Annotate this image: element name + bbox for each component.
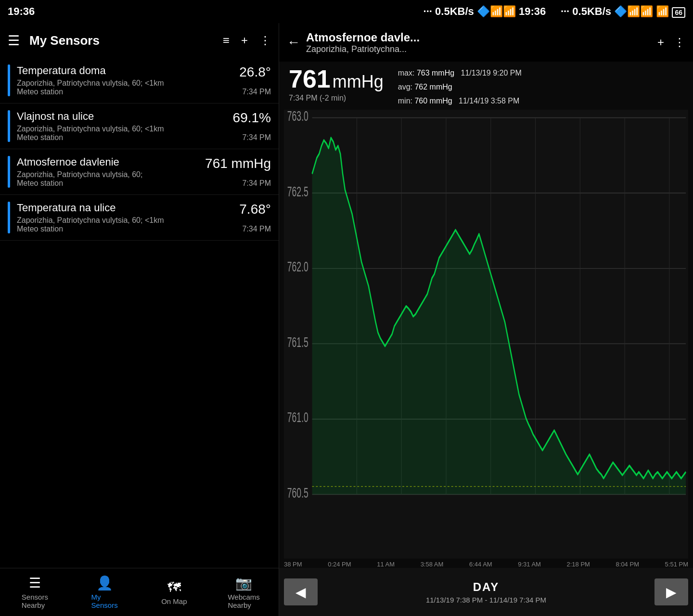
stat-avg-value: 762 mmHg: [414, 83, 452, 91]
webcams-nearby-icon: 📷: [235, 575, 252, 591]
hamburger-icon[interactable]: ☰: [8, 33, 20, 49]
svg-text:762.5: 762.5: [287, 183, 308, 199]
time-left: 19:36: [8, 5, 35, 18]
svg-text:762.0: 762.0: [287, 259, 308, 275]
sensor-location-0: Zaporizhia, Patriotychna vulytsia, 60; <…: [17, 79, 239, 88]
left-panel-title: My Sensors: [29, 33, 213, 48]
sensor-accent-bar-0: [8, 64, 10, 96]
stat-min-value: 760 mmHg: [414, 97, 452, 105]
sensors-nearby-icon: ☰: [29, 575, 41, 591]
svg-text:763.0: 763.0: [287, 110, 308, 124]
status-bar: 19:36 ··· 0.5KB/s 🔷📶📶 19:36 ··· 0.5KB/s …: [0, 0, 693, 23]
chart-current-value: 761: [289, 66, 331, 91]
my-sensors-label: MySensors: [91, 593, 118, 609]
period-range: 11/13/19 7:38 PM - 11/14/19 7:34 PM: [426, 596, 546, 604]
chart-stats: max: 763 mmHg 11/13/19 9:20 PM avg: 762 …: [398, 66, 522, 108]
svg-text:761.0: 761.0: [287, 410, 308, 425]
x-label-4: 3:58 AM: [421, 561, 444, 568]
right-bottom-bar: ◀ DAY 11/13/19 7:38 PM - 11/14/19 7:34 P…: [279, 568, 693, 616]
sensor-info-2: Atmosfernoe davlenie Zaporizhia, Patriot…: [17, 156, 205, 188]
wifi-icon: 📶: [656, 5, 669, 17]
sensor-value-1: 69.1%: [233, 110, 271, 126]
sensor-name-1: Vlajnost na ulice: [17, 110, 233, 123]
back-button[interactable]: ←: [287, 35, 300, 50]
sensor-item-2[interactable]: Atmosfernoe davlenie Zaporizhia, Patriot…: [0, 149, 279, 195]
nav-sensors-nearby[interactable]: ☰ SensorsNearby: [0, 568, 70, 616]
sensor-time-3: 7:34 PM: [242, 225, 271, 233]
sensor-location-1: Zaporizhia, Patriotychna vulytsia, 60; <…: [17, 125, 233, 133]
prev-period-button[interactable]: ◀: [284, 578, 318, 605]
prev-arrow-icon: ◀: [295, 584, 306, 600]
nav-webcams-nearby[interactable]: 📷 WebcamsNearby: [209, 568, 279, 616]
nav-my-sensors[interactable]: 👤 MySensors: [70, 568, 140, 616]
sensor-type-3: Meteo station: [17, 225, 239, 233]
chart-value-column: 761 mmHg 7:34 PM (-2 min): [289, 66, 384, 103]
nav-on-map[interactable]: 🗺 On Map: [140, 568, 209, 616]
webcams-nearby-label: WebcamsNearby: [228, 593, 259, 609]
right-panel-subtitle: Zaporizhia, Patriotychna...: [306, 44, 657, 54]
sensors-nearby-label: SensorsNearby: [22, 593, 48, 609]
sensor-value-0: 26.8°: [239, 64, 271, 80]
sensor-location-3: Zaporizhia, Patriotychna vulytsia, 60; <…: [17, 216, 239, 225]
sensor-value-2: 761 mmHg: [205, 156, 271, 171]
sensor-type-1: Meteo station: [17, 133, 233, 142]
right-toolbar-icons: + ⋮: [657, 36, 685, 49]
left-panel: ☰ My Sensors ≡ + ⋮ Temperatura doma Zapo…: [0, 23, 279, 616]
svg-text:761.5: 761.5: [287, 334, 308, 350]
right-more-icon[interactable]: ⋮: [674, 36, 685, 49]
x-label-7: 2:18 PM: [567, 561, 590, 568]
chart-section: 761 mmHg 7:34 PM (-2 min) max: 763 mmHg …: [279, 62, 693, 568]
stat-max-value: 763 mmHg: [417, 69, 454, 77]
toolbar-icons: ≡ + ⋮: [223, 34, 271, 47]
sensor-value-block-2: 761 mmHg 7:34 PM: [205, 156, 271, 188]
next-period-button[interactable]: ▶: [654, 578, 688, 605]
speed-right: 0.5KB/s: [572, 5, 611, 17]
main-container: ☰ My Sensors ≡ + ⋮ Temperatura doma Zapo…: [0, 23, 693, 616]
x-label-9: 5:51 PM: [665, 561, 688, 568]
right-add-icon[interactable]: +: [657, 36, 664, 49]
stat-avg: avg: 762 mmHg: [398, 80, 522, 94]
time-center: 19:36: [519, 5, 546, 17]
svg-text:760.5: 760.5: [287, 485, 308, 501]
my-sensors-icon: 👤: [96, 575, 113, 591]
status-bar-center: ··· 0.5KB/s 🔷📶📶 19:36 ··· 0.5KB/s 🔷📶📶 📶 …: [424, 5, 685, 18]
left-toolbar: ☰ My Sensors ≡ + ⋮: [0, 23, 279, 58]
sensor-info-3: Temperatura na ulice Zaporizhia, Patriot…: [17, 202, 239, 233]
sensor-info-0: Temperatura doma Zaporizhia, Patriotychn…: [17, 64, 239, 96]
sensor-value-block-3: 7.68° 7:34 PM: [239, 202, 271, 233]
battery-indicator: 66: [672, 7, 685, 18]
chart-header: 761 mmHg 7:34 PM (-2 min) max: 763 mmHg …: [279, 62, 693, 110]
sensor-info-1: Vlajnost na ulice Zaporizhia, Patriotych…: [17, 110, 233, 142]
sensor-name-2: Atmosfernoe davlenie: [17, 156, 205, 168]
x-label-1: 38 PM: [284, 561, 302, 568]
sensor-value-3: 7.68°: [239, 202, 271, 217]
sensor-item-0[interactable]: Temperatura doma Zaporizhia, Patriotychn…: [0, 58, 279, 103]
filter-icon[interactable]: ≡: [223, 34, 230, 47]
stat-max: max: 763 mmHg 11/13/19 9:20 PM: [398, 66, 522, 80]
sensor-value-block-1: 69.1% 7:34 PM: [233, 110, 271, 142]
right-panel: ← Atmosfernoe davle... Zaporizhia, Patri…: [279, 23, 693, 616]
chart-wrapper: 763.0 762.5 762.0 761.5 761.0 760.5: [279, 110, 693, 559]
sensor-list: Temperatura doma Zaporizhia, Patriotychn…: [0, 58, 279, 568]
period-label: DAY: [473, 580, 499, 594]
sensor-accent-bar-1: [8, 110, 10, 142]
right-panel-title: Atmosfernoe davle...: [306, 31, 657, 44]
sensor-item-1[interactable]: Vlajnost na ulice Zaporizhia, Patriotych…: [0, 103, 279, 149]
more-icon[interactable]: ⋮: [259, 34, 271, 47]
sensor-item-3[interactable]: Temperatura na ulice Zaporizhia, Patriot…: [0, 195, 279, 241]
pressure-chart: 763.0 762.5 762.0 761.5 761.0 760.5: [284, 110, 688, 559]
x-label-2: 0:24 PM: [328, 561, 351, 568]
sensor-name-3: Temperatura na ulice: [17, 202, 239, 214]
bottom-nav: ☰ SensorsNearby 👤 MySensors 🗺 On Map 📷 W…: [0, 568, 279, 616]
x-label-8: 8:04 PM: [616, 561, 639, 568]
sensor-type-2: Meteo station: [17, 179, 205, 188]
period-block: DAY 11/13/19 7:38 PM - 11/14/19 7:34 PM: [318, 580, 654, 604]
x-label-6: 9:31 AM: [518, 561, 541, 568]
on-map-icon: 🗺: [167, 579, 181, 595]
sensor-location-2: Zaporizhia, Patriotychna vulytsia, 60;: [17, 170, 205, 179]
x-label-5: 6:44 AM: [469, 561, 492, 568]
add-icon[interactable]: +: [241, 34, 248, 47]
next-arrow-icon: ▶: [666, 584, 677, 600]
sensor-name-0: Temperatura doma: [17, 64, 239, 77]
sensor-type-0: Meteo station: [17, 88, 239, 96]
